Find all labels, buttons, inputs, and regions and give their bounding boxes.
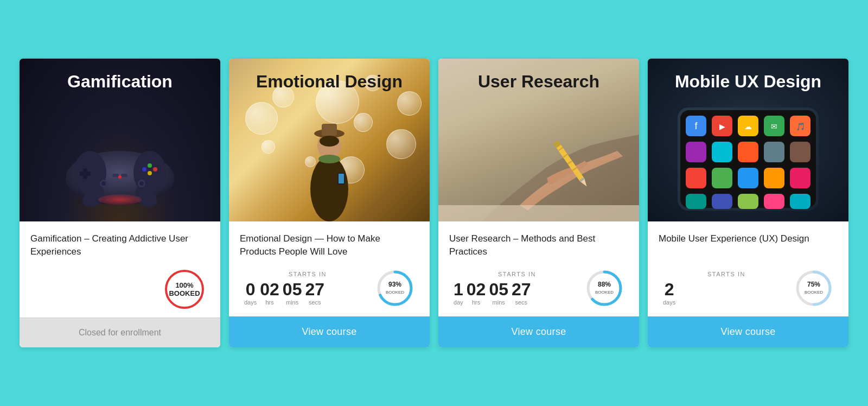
svg-rect-54 (712, 168, 732, 188)
mobile-countdown-days: 2 days (663, 281, 675, 306)
emotional-card-body: Emotional Design — How to Make Products … (229, 221, 430, 317)
countdown-mins: 05 mins (283, 281, 302, 306)
emotional-title: Emotional Design (229, 72, 430, 92)
research-countdown-hrs: 02 hrs (467, 281, 486, 306)
bubble-6 (397, 91, 422, 116)
mobile-view-course-button[interactable]: View course (648, 316, 848, 347)
bubble-7 (261, 140, 275, 154)
svg-rect-50 (738, 142, 758, 162)
svg-point-14 (139, 181, 144, 186)
mins-label: mins (286, 299, 298, 306)
hrs-value: 02 (260, 281, 279, 298)
person-silhouette (297, 102, 362, 221)
card-image-mobile: Mobile UX Design (648, 59, 848, 221)
secs-label: secs (309, 299, 321, 306)
card-image-emotional: Emotional Design (229, 59, 430, 221)
hrs-label: hrs (265, 299, 273, 306)
svg-rect-51 (764, 142, 784, 162)
research-course-title: User Research – Methods and Best Practic… (449, 232, 628, 258)
controller-glow (98, 194, 142, 205)
gamification-booked-circle: 100% BOOKED (165, 270, 204, 309)
phone-icon: f ▶ ☁ ✉ 🎵 (667, 102, 829, 216)
svg-point-16 (310, 156, 348, 221)
countdown-hrs: 02 hrs (260, 281, 279, 306)
mobile-days-label: days (663, 299, 675, 306)
mobile-progress-circle: 75% BOOKED (794, 269, 833, 308)
svg-rect-60 (738, 194, 758, 209)
mins-value: 05 (283, 281, 302, 298)
days-label: days (244, 299, 257, 306)
gamification-course-title: Gamification – Creating Addictive User E… (30, 232, 209, 258)
mobile-footer: STARTS IN 2 days 75% BOOKED (659, 264, 838, 316)
countdown-days: 0 days (244, 281, 257, 306)
card-gamification: Gamification (20, 59, 220, 348)
svg-rect-56 (764, 168, 784, 188)
svg-rect-52 (790, 142, 810, 162)
research-secs-value: 27 (512, 281, 531, 298)
card-image-research: User Research (438, 59, 639, 221)
gamification-title: Gamification (20, 72, 220, 92)
bubble-1 (245, 102, 278, 135)
svg-rect-58 (686, 194, 706, 209)
svg-text:☁: ☁ (744, 122, 752, 131)
card-image-gamification: Gamification (20, 59, 220, 221)
svg-point-22 (318, 155, 340, 163)
emotional-footer: STARTS IN 0 days 02 hrs 05 (240, 264, 419, 316)
svg-text:88%: 88% (598, 281, 611, 288)
svg-rect-57 (790, 168, 810, 188)
svg-text:▶: ▶ (719, 122, 725, 131)
svg-point-15 (118, 175, 122, 179)
svg-rect-59 (712, 194, 732, 209)
research-hrs-value: 02 (467, 281, 486, 298)
mobile-starts-in: STARTS IN 2 days 75% BOOKED (659, 264, 838, 316)
svg-rect-55 (738, 168, 758, 188)
svg-point-5 (153, 167, 157, 172)
research-days-value: 1 (454, 281, 463, 298)
svg-rect-36 (438, 205, 639, 221)
emotional-starts-in-label: STARTS IN (244, 271, 371, 277)
svg-point-23 (320, 136, 339, 147)
research-hrs-label: hrs (472, 299, 480, 306)
gamification-booked-label: BOOKED (169, 289, 200, 298)
gamification-footer: 100% BOOKED (30, 264, 209, 318)
research-mins-value: 05 (489, 281, 508, 298)
research-secs-label: secs (515, 299, 527, 306)
mobile-starts-in-label: STARTS IN (663, 271, 790, 277)
research-countdown: 1 day 02 hrs 05 mins (454, 281, 531, 306)
research-title: User Research (438, 72, 639, 92)
research-days-label: day (454, 299, 463, 306)
mobile-days-value: 2 (665, 281, 674, 298)
svg-point-7 (142, 167, 146, 172)
research-countdown-mins: 05 mins (489, 281, 508, 306)
gamification-booked-percent: 100% (175, 281, 193, 290)
secs-value: 27 (305, 281, 324, 298)
svg-point-12 (101, 181, 106, 186)
emotional-course-title: Emotional Design — How to Make Products … (240, 232, 419, 258)
research-view-course-button[interactable]: View course (438, 316, 639, 347)
bubble-5 (386, 129, 416, 159)
svg-rect-61 (764, 194, 784, 209)
svg-point-6 (148, 163, 152, 168)
svg-rect-53 (686, 168, 706, 188)
research-progress-circle: 88% BOOKED (585, 269, 624, 308)
research-starts-in-label: STARTS IN (454, 271, 580, 277)
svg-rect-10 (121, 174, 127, 177)
svg-text:BOOKED: BOOKED (805, 290, 823, 295)
emotional-view-course-button[interactable]: View course (229, 316, 430, 347)
closed-enrollment-button: Closed for enrollment (20, 318, 220, 347)
svg-rect-21 (339, 174, 344, 183)
svg-text:BOOKED: BOOKED (386, 290, 404, 295)
mobile-countdown-area: STARTS IN 2 days (663, 271, 790, 306)
cards-container: Gamification (11, 50, 857, 357)
countdown-secs: 27 secs (305, 281, 324, 306)
research-countdown-area: STARTS IN 1 day 02 hrs 05 (454, 271, 580, 306)
hand-pencil-icon (438, 113, 639, 221)
card-emotional-design: Emotional Design (229, 59, 430, 348)
svg-text:✉: ✉ (771, 122, 777, 131)
emotional-progress-circle: 93% BOOKED (375, 269, 414, 308)
days-value: 0 (246, 281, 256, 298)
svg-rect-62 (790, 194, 810, 209)
gamification-booked-section: 100% BOOKED (30, 264, 209, 318)
card-mobile-ux: Mobile UX Design (648, 59, 848, 348)
research-card-body: User Research – Methods and Best Practic… (438, 221, 639, 317)
